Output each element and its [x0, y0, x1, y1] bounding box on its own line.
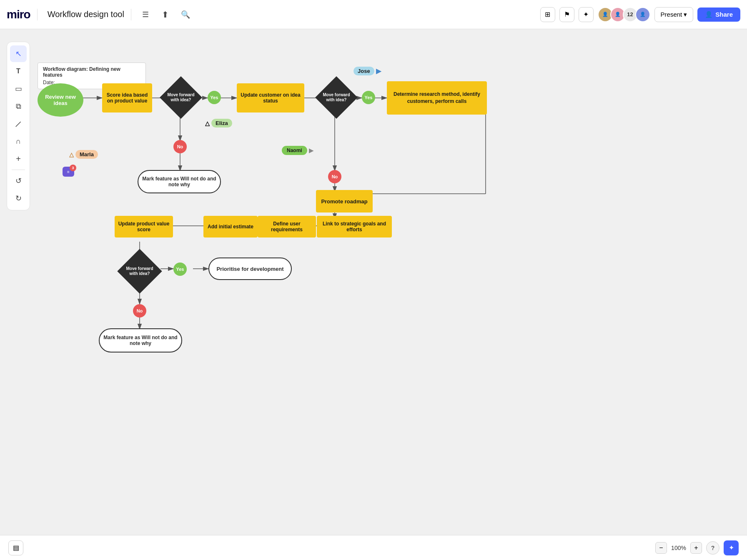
undo-button[interactable]: ↺: [10, 172, 27, 189]
yes3-label: Yes: [176, 267, 184, 272]
user-jose: Jose ▶: [353, 67, 381, 75]
search-button[interactable]: 🔍: [178, 7, 193, 22]
review-label: Review new ideas: [38, 91, 83, 109]
prioritise-label: Prioritise for development: [216, 266, 283, 272]
zoom-out-button[interactable]: −: [655, 542, 667, 554]
line-tool[interactable]: |: [10, 115, 27, 132]
upload-icon: ⬆: [162, 10, 169, 20]
yes1-node[interactable]: Yes: [208, 91, 221, 104]
mark-will-not2-label: Mark feature as Will not do and note why: [100, 332, 181, 349]
magic-button[interactable]: ✦: [724, 540, 739, 555]
comment-badge: 3: [70, 165, 76, 171]
toolbar-pen[interactable]: ⚑: [559, 7, 574, 22]
upload-button[interactable]: ⬆: [158, 7, 173, 22]
no3-label: No: [137, 308, 143, 313]
pen-tool[interactable]: ∩: [10, 133, 27, 150]
present-button[interactable]: Present ▾: [654, 7, 694, 22]
diamond3-node[interactable]: Move forward with idea?: [117, 249, 162, 293]
score-node[interactable]: Score idea based on product value: [102, 83, 152, 112]
redo-button[interactable]: ↻: [10, 190, 27, 207]
bottom-bar: ▤ − 100% + ? ✦: [0, 535, 747, 560]
diamond2-node[interactable]: Move forward with idea?: [315, 76, 358, 119]
define-node[interactable]: Define user requirements: [258, 216, 316, 238]
header-separator2: [131, 9, 131, 20]
header: miro Workflow design tool ☰ ⬆ 🔍 ⊞ ⚑ ✦ 👤 …: [0, 0, 747, 29]
update-customer-node[interactable]: Update customer on idea status: [237, 83, 304, 112]
no1-label: No: [177, 144, 183, 149]
promote-node[interactable]: Promote roadmap: [316, 190, 373, 212]
share-label: Share: [715, 11, 733, 18]
header-separator: [37, 9, 38, 20]
magic-icon: ✦: [729, 544, 734, 552]
share-button[interactable]: 👤 Share: [697, 8, 740, 22]
update-customer-label: Update customer on idea status: [237, 90, 304, 106]
canvas[interactable]: Workflow diagram: Defining new features …: [0, 29, 747, 560]
no1-node[interactable]: No: [173, 140, 187, 153]
line-icon: |: [15, 120, 22, 128]
update-score-label: Update product value score: [115, 219, 173, 234]
help-button[interactable]: ?: [706, 541, 719, 555]
cursor-icon: ↖: [15, 49, 22, 58]
toolbar-shapes[interactable]: ⊞: [540, 7, 555, 22]
comment-lines-icon: ≡: [67, 170, 70, 174]
yes2-node[interactable]: Yes: [362, 91, 375, 104]
page-title: Workflow design tool: [48, 10, 124, 19]
diamond1-node[interactable]: Move forward with idea?: [160, 76, 202, 119]
yes2-label: Yes: [365, 95, 373, 100]
promote-label: Promote roadmap: [321, 198, 367, 205]
cursor-tool[interactable]: ↖: [10, 45, 27, 62]
prioritise-node[interactable]: Prioritise for development: [208, 258, 292, 280]
update-score-node[interactable]: Update product value score: [115, 216, 173, 238]
sidebar-toggle[interactable]: ▤: [8, 540, 23, 555]
mark-will-not1-node[interactable]: Mark feature as Will not do and note why: [138, 170, 221, 193]
add-estimate-label: Add initial estimate: [206, 222, 255, 231]
zoom-level: 100%: [670, 545, 687, 551]
yes3-node[interactable]: Yes: [173, 262, 187, 276]
avatar-3: 👤: [635, 7, 650, 22]
zoom-in-button[interactable]: +: [690, 542, 702, 554]
shapes-icon: ⊞: [545, 10, 550, 18]
diamond3-label: Move forward with idea?: [124, 266, 155, 276]
redo-icon: ↻: [15, 194, 22, 203]
user-naomi: Naomi ▶: [282, 146, 313, 155]
add-tool[interactable]: +: [10, 150, 27, 167]
zoom-control: − 100% +: [655, 542, 702, 554]
jose-cursor-icon: ▶: [376, 67, 381, 75]
determine-node[interactable]: Determine research method, identify cust…: [387, 81, 487, 115]
zoom-out-icon: −: [659, 544, 663, 552]
left-toolbar: ↖ T ▭ ⧉ | ∩ + ↺ ↻: [7, 42, 30, 210]
menu-icon: ☰: [142, 10, 149, 19]
eliza-label: Eliza: [211, 119, 232, 128]
link-node[interactable]: Link to strategic goals and efforts: [317, 216, 392, 238]
pen-icon: ⚑: [564, 10, 570, 18]
no2-node[interactable]: No: [328, 170, 341, 183]
note-icon: ▭: [15, 84, 22, 93]
yes1-label: Yes: [211, 95, 218, 100]
link-label: Link to strategic goals and efforts: [317, 219, 392, 234]
header-right: ⊞ ⚑ ✦ 👤 👤 12 👤 Present ▾ 👤 Share: [540, 7, 740, 22]
menu-button[interactable]: ☰: [138, 7, 153, 22]
no3-node[interactable]: No: [133, 304, 146, 318]
mark-will-not2-node[interactable]: Mark feature as Will not do and note why: [99, 328, 182, 352]
add-estimate-node[interactable]: Add initial estimate: [203, 216, 258, 238]
star-icon: ✦: [583, 10, 589, 18]
undo-icon: ↺: [15, 176, 22, 185]
comment-icon[interactable]: ≡ 3: [63, 167, 74, 177]
info-line1: Workflow diagram: Defining new features: [43, 66, 140, 78]
marla-cursor-icon: △: [69, 151, 74, 158]
review-node[interactable]: Review new ideas: [38, 83, 83, 117]
toolbar-separator: [12, 170, 25, 170]
bottom-right-controls: − 100% + ? ✦: [655, 540, 739, 555]
present-chevron-icon: ▾: [684, 11, 687, 18]
app-logo[interactable]: miro: [7, 8, 30, 21]
copy-icon: ⧉: [16, 102, 21, 111]
present-label: Present: [661, 11, 682, 18]
avatar-group: 👤 👤 12 👤: [598, 7, 650, 22]
user-marla: △ Marla: [69, 150, 98, 159]
copy-tool[interactable]: ⧉: [10, 98, 27, 115]
text-tool[interactable]: T: [10, 63, 27, 80]
score-label: Score idea based on product value: [102, 90, 152, 106]
note-tool[interactable]: ▭: [10, 80, 27, 97]
toolbar-star[interactable]: ✦: [579, 7, 594, 22]
marla-label: Marla: [75, 150, 98, 159]
